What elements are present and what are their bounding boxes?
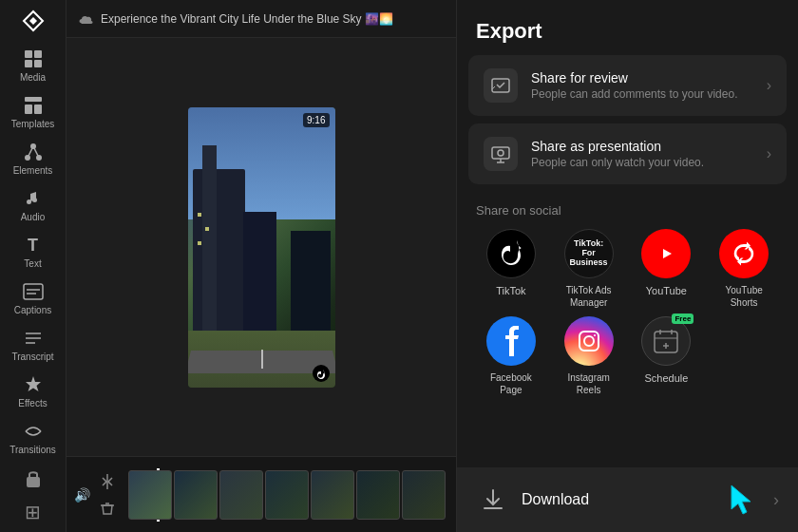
timeline-thumb[interactable]	[402, 470, 446, 520]
sidebar-item-templates[interactable]: Templates	[0, 88, 66, 135]
timeline-thumb[interactable]	[356, 470, 400, 520]
social-grid: TikTok TikTok:For Business TikTok AdsMan…	[476, 229, 779, 396]
download-icon	[476, 483, 510, 517]
share-presentation-text: Share as presentation People can only wa…	[531, 139, 753, 169]
transitions-icon	[22, 420, 45, 443]
timeline-strip[interactable]	[128, 470, 448, 520]
sidebar-item-audio[interactable]: Audio	[0, 181, 66, 228]
share-presentation-arrow: ›	[767, 145, 771, 162]
templates-icon	[22, 94, 45, 117]
share-presentation-subtitle: People can only watch your video.	[531, 156, 753, 169]
delete-button[interactable]	[98, 499, 117, 518]
svg-rect-0	[25, 50, 32, 58]
sidebar-item-more[interactable]: ⊞	[18, 495, 48, 529]
share-social-label: Share on social	[476, 203, 779, 218]
svg-rect-6	[34, 104, 42, 114]
share-review-title: Share for review	[531, 70, 753, 86]
svg-line-10	[28, 146, 33, 158]
schedule-label: Schedule	[644, 371, 688, 385]
cloud-icon	[78, 11, 93, 27]
tiktok-ads-icon: TikTok:For Business	[564, 229, 614, 278]
social-item-tiktok-ads[interactable]: TikTok:For Business TikTok AdsManager	[554, 229, 624, 309]
sidebar-item-transcript[interactable]: Transcript	[0, 321, 66, 368]
youtube-icon	[641, 229, 691, 278]
timeline-thumb[interactable]	[174, 470, 218, 520]
svg-line-11	[33, 146, 39, 158]
elements-label: Elements	[13, 165, 53, 176]
export-header: Export	[457, 0, 798, 55]
volume-button[interactable]: 🔊	[74, 487, 90, 503]
captions-icon	[22, 280, 45, 303]
app-logo[interactable]	[16, 8, 50, 34]
timeline-thumb[interactable]	[265, 470, 309, 520]
sidebar-item-text[interactable]: T Text	[0, 228, 66, 275]
social-item-tiktok[interactable]: TikTok	[476, 229, 546, 309]
svg-rect-2	[25, 60, 32, 67]
sidebar-item-transitions[interactable]: Transitions	[0, 414, 66, 461]
youtube-label: YouTube	[646, 284, 687, 297]
duration-badge: 9:16	[303, 113, 329, 127]
text-label: Text	[24, 258, 41, 269]
cursor-indicator	[724, 481, 762, 519]
svg-rect-31	[655, 332, 677, 352]
transcript-icon	[22, 327, 45, 350]
svg-point-13	[32, 198, 37, 202]
sidebar-item-effects[interactable]: Effects	[0, 368, 66, 414]
social-item-youtube[interactable]: YouTube	[632, 229, 702, 309]
download-button[interactable]: Download ›	[457, 467, 798, 532]
more-icon: ⊞	[22, 501, 45, 523]
share-review-arrow: ›	[767, 77, 771, 94]
media-label: Media	[20, 72, 46, 83]
svg-rect-14	[24, 284, 43, 299]
tiktok-badge	[313, 365, 330, 382]
facebook-label: FacebookPage	[490, 371, 532, 396]
share-for-review-button[interactable]: Share for review People can add comments…	[468, 55, 787, 116]
audio-icon	[22, 187, 45, 210]
yt-shorts-icon	[719, 229, 769, 278]
social-item-instagram[interactable]: InstagramReels	[554, 316, 624, 396]
sidebar-item-elements[interactable]: Elements	[0, 135, 66, 181]
sidebar-item-media[interactable]: Media	[0, 42, 66, 88]
sidebar: Media Templates Elements	[0, 0, 66, 532]
svg-rect-24	[492, 147, 509, 159]
social-item-facebook[interactable]: FacebookPage	[476, 316, 546, 396]
topbar-title: Experience the Vibrant City Life Under t…	[101, 12, 393, 26]
share-as-presentation-button[interactable]: Share as presentation People can only wa…	[468, 124, 787, 184]
instagram-label: InstagramReels	[567, 371, 609, 396]
svg-point-29	[584, 336, 594, 346]
download-label: Download	[522, 491, 712, 508]
svg-point-12	[27, 200, 31, 204]
timeline-thumb[interactable]	[219, 470, 263, 520]
svg-rect-28	[580, 332, 598, 351]
editor-topbar: Experience the Vibrant City Life Under t…	[66, 0, 456, 38]
effects-icon	[22, 373, 45, 396]
facebook-icon	[486, 316, 536, 366]
effects-label: Effects	[18, 398, 47, 408]
share-presentation-icon	[484, 137, 518, 171]
lock-icon	[22, 466, 45, 489]
social-item-schedule[interactable]: Free Schedule	[632, 316, 702, 396]
text-icon: T	[22, 234, 45, 256]
editor-area: Experience the Vibrant City Life Under t…	[66, 0, 456, 532]
export-title: Export	[476, 19, 542, 43]
captions-label: Captions	[14, 305, 51, 315]
sidebar-item-lock[interactable]	[18, 461, 48, 495]
svg-point-30	[594, 334, 596, 336]
audio-label: Audio	[21, 212, 46, 222]
preview-area: 9:16	[66, 38, 456, 456]
timeline-thumb[interactable]	[311, 470, 354, 520]
share-social-section: Share on social TikTok TikTok:For Busine…	[457, 192, 798, 404]
download-arrow: ›	[773, 490, 779, 510]
video-preview: 9:16	[188, 107, 335, 388]
export-panel: Export Share for review People can add c…	[456, 0, 798, 532]
svg-point-27	[498, 150, 504, 156]
video-thumbnail	[188, 107, 335, 388]
timeline-controls	[98, 472, 117, 518]
split-button[interactable]	[98, 472, 117, 491]
timeline-thumb[interactable]	[128, 470, 172, 520]
sidebar-item-captions[interactable]: Captions	[0, 275, 66, 321]
elements-icon	[22, 141, 45, 163]
social-item-yt-shorts[interactable]: YouTubeShorts	[709, 229, 779, 309]
svg-marker-38	[732, 485, 750, 514]
media-icon	[22, 48, 45, 70]
